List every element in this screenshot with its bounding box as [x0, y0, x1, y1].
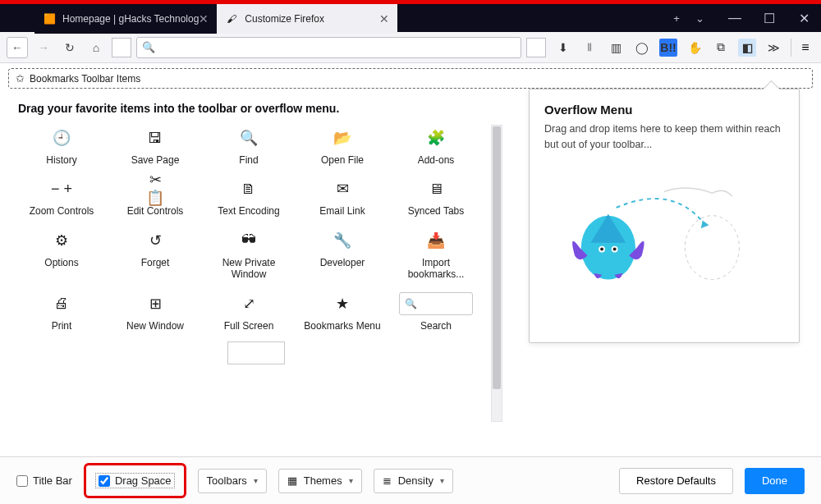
customize-item[interactable]: 🕘History — [16, 126, 107, 166]
customize-item[interactable]: ⊞New Window — [110, 292, 200, 332]
customize-footer: Title Bar Drag Space Toolbars ▾ ▦ Themes… — [0, 456, 821, 504]
scrollbar[interactable] — [491, 125, 502, 422]
toolbar-placeholder[interactable] — [526, 38, 546, 57]
density-dropdown[interactable]: ≣ Density ▾ — [374, 469, 453, 493]
customize-item[interactable]: 📂Open File — [297, 126, 388, 166]
drag-space-checkbox-input[interactable] — [99, 475, 110, 487]
bookmarks-toolbar-items[interactable]: ✩ Bookmarks Toolbar Items — [8, 68, 813, 89]
density-icon: ≣ — [383, 474, 392, 487]
account-icon[interactable]: ◯ — [633, 39, 651, 57]
save-icon: 🖫 — [144, 126, 167, 149]
customize-items-area: 🕘History🖫Save Page🔍Find📂Open File🧩Add-on… — [8, 121, 504, 478]
drag-space-label: Drag Space — [115, 474, 172, 487]
navigation-toolbar: ← → ↻ ⌂ 🔍 ⬇ ⫴ ▥ ◯ B!! ✋ ⧉ ◧ ≫ ≡ — [0, 32, 821, 63]
menu-button[interactable]: ≡ — [796, 40, 814, 55]
item-label: Forget — [141, 257, 170, 268]
email-icon: ✉ — [331, 177, 354, 200]
window-minimize-button[interactable]: — — [718, 3, 752, 33]
customize-item[interactable]: 🔍Find — [204, 126, 294, 166]
forward-button[interactable]: → — [33, 37, 54, 58]
themes-dropdown[interactable]: ▦ Themes ▾ — [278, 469, 362, 493]
item-label: Developer — [320, 257, 365, 268]
customize-item[interactable]: 🧩Add-ons — [391, 126, 481, 166]
customize-item[interactable]: ✂📋Edit Controls — [110, 177, 200, 217]
toolbars-dropdown[interactable]: Toolbars ▾ — [198, 469, 267, 493]
home-button[interactable]: ⌂ — [85, 37, 107, 58]
print-icon: 🖨 — [50, 292, 73, 315]
overflow-illustration — [544, 174, 784, 297]
done-button[interactable]: Done — [745, 468, 805, 494]
customize-item[interactable]: ↺Forget — [110, 229, 200, 281]
url-bar[interactable]: 🔍 — [136, 37, 521, 58]
hand-icon[interactable]: ✋ — [686, 39, 704, 57]
encoding-icon: 🗎 — [237, 177, 260, 200]
customize-item[interactable]: 🔍Search — [391, 292, 481, 332]
item-label: Bookmarks Menu — [304, 320, 380, 332]
customize-item[interactable]: 🗎Text Encoding — [204, 177, 294, 217]
tab-active[interactable]: 🖌 Customize Firefox ✕ — [217, 4, 397, 34]
synced-icon: 🖥 — [424, 177, 447, 200]
customize-item[interactable]: 🖥Synced Tabs — [391, 177, 481, 217]
search-icon: 🔍 — [142, 41, 155, 53]
tab-title: Customize Firefox — [245, 13, 324, 25]
clock-icon: 🕘 — [50, 126, 73, 149]
tab-close-icon[interactable]: ✕ — [199, 12, 209, 25]
customize-item[interactable]: ★Bookmarks Menu — [297, 292, 388, 332]
sidebar-icon[interactable]: ▥ — [607, 39, 625, 57]
find-icon: 🔍 — [237, 126, 260, 149]
customize-item[interactable]: 📥Import bookmarks... — [391, 229, 481, 281]
window-maximize-button[interactable]: ☐ — [752, 3, 787, 33]
svg-marker-0 — [701, 220, 709, 228]
back-button[interactable]: ← — [7, 37, 28, 58]
item-label: Zoom Controls — [30, 205, 94, 217]
flexible-space-item[interactable] — [20, 341, 493, 364]
downloads-icon[interactable]: ⬇ — [554, 39, 572, 57]
tabs-dropdown-icon[interactable]: ⌄ — [688, 7, 711, 30]
customize-item[interactable]: ⤢Full Screen — [204, 292, 294, 332]
edit-icon: ✂📋 — [144, 177, 167, 200]
bookmarks-label: Bookmarks Toolbar Items — [30, 73, 140, 85]
developer-icon: 🔧 — [331, 229, 354, 252]
title-bar-checkbox[interactable]: Title Bar — [16, 474, 72, 487]
restore-defaults-button[interactable]: Restore Defaults — [619, 468, 733, 494]
screenshot-icon[interactable]: ⧉ — [712, 39, 730, 57]
overflow-icon[interactable]: ≫ — [764, 39, 782, 57]
titlebar: 🟧 Homepage | gHacks Technolog ✕ 🖌 Custom… — [0, 2, 821, 32]
item-label: New Private Window — [208, 257, 290, 281]
scrollbar-thumb[interactable] — [493, 126, 501, 389]
new-tab-button[interactable]: + — [665, 7, 688, 30]
customize-item[interactable]: 🕶New Private Window — [204, 229, 294, 281]
favicon-icon: 🟧 — [43, 12, 56, 25]
open-file-icon: 📂 — [331, 126, 354, 149]
customize-item[interactable]: 🖨Print — [16, 292, 107, 332]
item-label: Synced Tabs — [408, 205, 465, 217]
library-icon[interactable]: ⫴ — [580, 39, 599, 57]
newwin-icon: ⊞ — [144, 292, 167, 315]
customize-item[interactable]: 🖫Save Page — [110, 126, 200, 166]
import-icon: 📥 — [424, 229, 447, 252]
svg-point-5 — [613, 247, 617, 250]
chevron-down-icon: ▾ — [254, 476, 258, 485]
item-label: Search — [420, 320, 452, 332]
toolbar-placeholder[interactable] — [112, 38, 131, 57]
title-bar-checkbox-input[interactable] — [16, 475, 28, 487]
drag-space-checkbox[interactable]: Drag Space — [96, 474, 174, 488]
customize-item[interactable]: ✉Email Link — [297, 177, 388, 217]
reload-button[interactable]: ↻ — [59, 37, 80, 58]
tab-close-icon[interactable]: ✕ — [379, 12, 389, 25]
item-label: Edit Controls — [127, 205, 184, 217]
customize-item[interactable]: ⚙Options — [16, 229, 107, 281]
customize-item[interactable]: − +Zoom Controls — [16, 177, 107, 217]
customize-item[interactable]: 🔧Developer — [297, 229, 388, 281]
zoom-icon: − + — [50, 177, 73, 200]
window-close-button[interactable]: ✕ — [787, 3, 821, 33]
tab-inactive[interactable]: 🟧 Homepage | gHacks Technolog ✕ — [34, 4, 217, 34]
item-label: Text Encoding — [218, 205, 279, 217]
extension-badge[interactable]: B!! — [659, 39, 677, 57]
overflow-menu-panel: Overflow Menu Drag and drop items here t… — [529, 89, 800, 343]
item-label: Options — [44, 257, 78, 268]
svg-point-4 — [600, 247, 603, 250]
extension-badge-2[interactable]: ◧ — [738, 39, 756, 57]
density-label: Density — [398, 474, 433, 487]
item-label: Import bookmarks... — [395, 257, 477, 281]
